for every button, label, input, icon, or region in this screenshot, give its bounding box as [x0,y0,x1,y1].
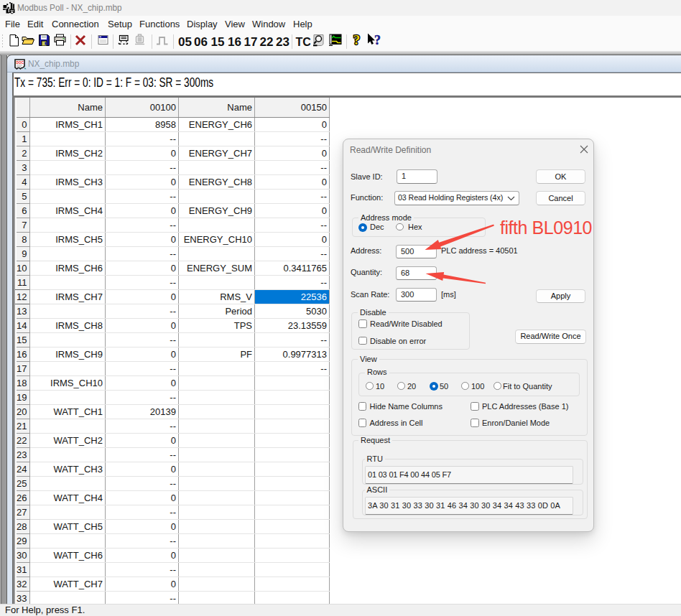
svg-text:?: ? [353,33,361,47]
svg-text:DOC: DOC [16,60,24,64]
svg-text:?: ? [374,33,381,47]
